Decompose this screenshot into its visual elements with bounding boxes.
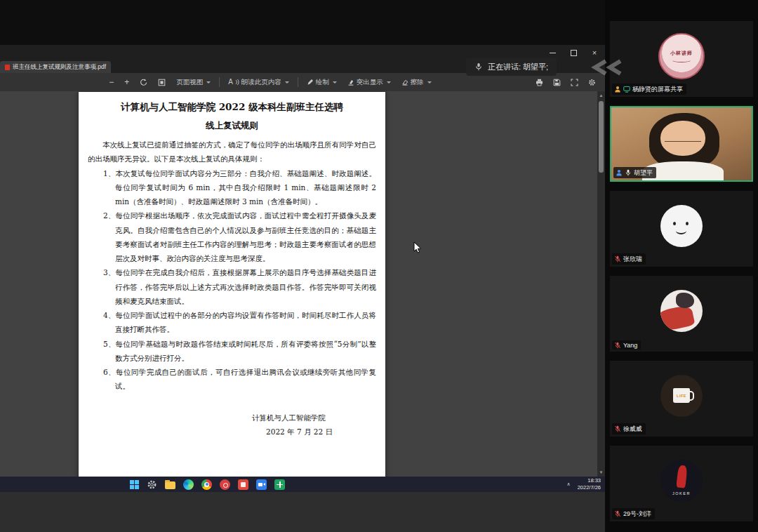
mug-graphic: LIFE	[673, 388, 690, 403]
white-blob-face-avatar	[660, 205, 703, 247]
tab-title: 班主任线上复试规则及注意事项.pdf	[13, 63, 106, 72]
participant-name: 张欣瑞	[623, 255, 642, 264]
member-person-icon	[616, 169, 623, 176]
start-button[interactable]	[130, 480, 139, 489]
toolbar-divider	[298, 77, 298, 87]
scroll-up-arrow[interactable]: ▲	[597, 91, 605, 100]
zoom-in-button[interactable]: +	[122, 77, 131, 88]
document-signature: 计算机与人工智能学院	[88, 411, 376, 425]
taskbar-time: 18:33	[578, 477, 601, 484]
taskbar-clock[interactable]: 18:33 2022/7/26	[578, 477, 601, 491]
eraser-icon	[401, 79, 408, 86]
toolbar-center-group: − + 页面视图 A 朗读此	[107, 77, 434, 88]
red-circle-app-icon[interactable]	[220, 479, 230, 490]
avatar-decoration	[672, 58, 691, 62]
gear-icon	[588, 79, 596, 86]
chrome-browser-icon[interactable]	[201, 479, 212, 490]
rotate-icon	[140, 79, 147, 86]
spreadsheet-app-icon[interactable]	[274, 479, 285, 490]
close-button[interactable]: ×	[584, 45, 605, 60]
file-explorer-icon[interactable]	[165, 481, 175, 489]
mic-muted-icon	[614, 425, 621, 432]
scrollbar-thumb[interactable]	[599, 101, 604, 173]
meeting-app-icon[interactable]	[256, 479, 267, 490]
pdf-tab[interactable]: 班主任线上复试规则及注意事项.pdf	[0, 61, 111, 73]
document-rule: 1、本次复试每位同学面试内容分为三部分：自我介绍、基础题阐述、时政题阐述。每位同…	[103, 166, 376, 209]
rotate-button[interactable]	[138, 77, 149, 88]
draw-button[interactable]: 绘制	[305, 77, 339, 88]
video-person-glasses	[665, 135, 701, 142]
mic-on-icon	[625, 169, 632, 176]
document-body: 本次线上复试已提前通过抽签的方式，确定了每位同学的出场顺序且所有同学对自己的出场…	[88, 138, 376, 439]
participant-tile[interactable]: 张欣瑞	[610, 191, 753, 267]
document-rule: 3、每位同学在完成自我介绍后，直接根据屏幕上展示的题目序号选择基础类题目进行作答…	[103, 265, 376, 308]
participant-label: Yang	[612, 340, 641, 350]
participant-name: Yang	[623, 342, 637, 349]
participant-name: 徐威威	[623, 425, 642, 434]
highlight-label: 突出显示	[357, 78, 383, 87]
avatar-caption: 小林讲师	[670, 50, 693, 57]
expand-icon	[571, 79, 578, 86]
edge-browser-icon[interactable]	[183, 479, 194, 490]
joker-avatar: JOKER	[660, 460, 703, 502]
toolbar-divider	[219, 77, 220, 87]
document-sign-date: 2022 年 7 月 22 日	[88, 425, 376, 439]
host-person-icon	[614, 86, 621, 93]
fullscreen-button[interactable]	[568, 77, 580, 88]
document-page: 计算机与人工智能学院 2022 级本科生副班主任选聘 线上复试规则 本次线上复试…	[79, 92, 385, 477]
restore-button[interactable]	[563, 45, 584, 60]
highlight-button[interactable]: 突出显示	[345, 77, 393, 88]
participant-tile[interactable]: Yang	[610, 276, 753, 352]
print-button[interactable]	[533, 77, 545, 88]
chevron-down-icon	[333, 81, 337, 84]
participant-name: 29号-刘洋	[623, 510, 651, 519]
mic-muted-icon	[614, 255, 621, 262]
document-rule: 6、每位同学完成自己的面试后，可自行选择退出腾讯会议或继续旁听其他同学复试。	[103, 365, 376, 394]
red-figure-graphic	[676, 465, 687, 488]
meeting-watermark-logo	[587, 59, 625, 79]
scroll-down-arrow[interactable]: ▼	[597, 468, 605, 477]
settings-app-icon[interactable]	[147, 479, 157, 490]
zoom-out-button[interactable]: −	[107, 77, 116, 88]
close-icon: ×	[592, 48, 597, 57]
participant-label: 徐威威	[612, 423, 646, 434]
mic-muted-icon	[614, 342, 621, 349]
participant-tile-active-speaker[interactable]: 胡望平	[610, 106, 753, 182]
participant-tile[interactable]: LIFE 徐威威	[610, 361, 753, 437]
fit-page-button[interactable]	[156, 77, 168, 88]
save-button[interactable]	[551, 77, 563, 88]
erase-button[interactable]: 擦除	[399, 77, 434, 88]
document-subtitle: 线上复试规则	[79, 120, 385, 132]
sound-waves-icon	[235, 79, 239, 86]
anime-art-avatar	[660, 290, 703, 332]
document-rule: 4、每位同学面试过程中的各部分的内容均设置有作答时间，时间耗尽时工作人员将直接打…	[103, 308, 376, 337]
tray-caret-icon[interactable]: ∧	[567, 481, 571, 487]
chevron-down-icon	[285, 81, 289, 84]
participant-tile-screen-share[interactable]: 小林讲师 杨静贤的屏幕共享	[610, 21, 753, 97]
fit-page-icon	[158, 79, 166, 86]
document-title: 计算机与人工智能学院 2022 级本科生副班主任选聘	[86, 101, 378, 114]
chevron-down-icon	[427, 81, 432, 84]
system-tray[interactable]: ∧ 18:33 2022/7/26	[567, 477, 601, 492]
participant-tile[interactable]: JOKER 29号-刘洋	[610, 446, 753, 521]
red-app-icon[interactable]	[238, 479, 248, 490]
mic-muted-icon	[614, 510, 621, 517]
speaking-banner: 正在讲话: 胡望平;	[466, 58, 557, 76]
desktop-background-top	[0, 0, 605, 45]
draw-label: 绘制	[316, 78, 329, 87]
coffee-mug-avatar: LIFE	[660, 375, 703, 417]
plus-icon: +	[124, 78, 129, 86]
pen-icon	[307, 79, 314, 86]
page-view-button[interactable]: 页面视图	[174, 77, 213, 88]
mouse-cursor	[413, 241, 422, 256]
pink-badge-avatar: 小林讲师	[658, 33, 705, 79]
document-rule: 5、每位同学基础题与时政题作答结束或时间耗尽后，所有评委将按照“5分制”以整数方…	[103, 337, 376, 366]
page-view-label: 页面视图	[176, 78, 203, 87]
vertical-scrollbar[interactable]: ▲ ▼	[597, 91, 605, 477]
gear-icon	[147, 479, 157, 490]
chevron-down-icon	[387, 81, 391, 84]
edge-pdf-window: × 班主任线上复试规则及注意事项.pdf − +	[0, 45, 605, 477]
pdf-toolbar: − + 页面视图 A 朗读此	[0, 73, 605, 92]
read-aloud-button[interactable]: A 朗读此页内容	[226, 77, 291, 88]
document-intro: 本次线上复试已提前通过抽签的方式，确定了每位同学的出场顺序且所有同学对自己的出场…	[88, 138, 376, 166]
